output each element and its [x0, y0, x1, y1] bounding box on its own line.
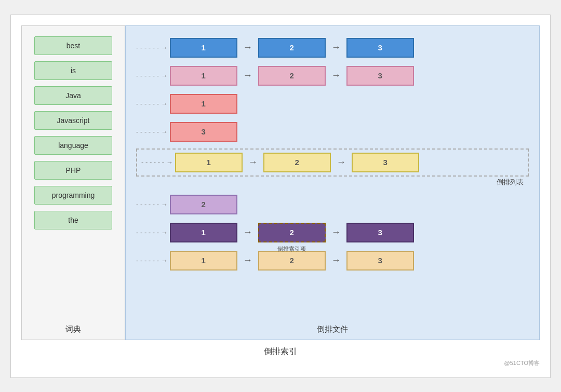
inv-list-group: - - - - - - → 1 → 2 → 3 [136, 148, 529, 177]
inv-list-label: 倒排列表 [497, 178, 524, 187]
posting-best-1: 1 [170, 38, 237, 58]
posting-the-1: 1 [170, 251, 237, 271]
watermark: @51CTO博客 [21, 359, 540, 367]
caption: 倒排索引 [264, 346, 297, 357]
posting-php-2: 2 [170, 195, 237, 214]
posting-javascript-3: 3 [170, 122, 237, 142]
row-java: - - - - - - → 1 [136, 92, 529, 115]
dict-word-php: PHP [34, 161, 112, 180]
dict-panel: best is Java Javascript language PHP pro… [21, 25, 125, 340]
inv-index-item-label: 倒排索引项 [277, 245, 306, 253]
posting-prog-2: 2 [258, 223, 326, 242]
dict-label: 词典 [65, 319, 81, 334]
arrow: → [237, 227, 258, 238]
posting-prog-3: 3 [346, 223, 414, 242]
inv-file-label: 倒排文件 [136, 320, 529, 334]
row-best: - - - - - - → 1 → 2 → 3 [136, 36, 529, 59]
arrow: → [237, 255, 258, 266]
posting-prog-1: 1 [170, 223, 237, 242]
inv-panel: - - - - - - → 1 → 2 → 3 - - - - - - → 1 … [125, 25, 540, 340]
row-javascript: - - - - - - → 3 [136, 120, 529, 143]
arrow: → [237, 42, 258, 53]
arrow: → [326, 227, 346, 238]
arrow: → [237, 70, 258, 81]
row-php: - - - - - - → 2 [136, 193, 529, 216]
dict-word-java: Java [34, 86, 112, 105]
dict-word-programming: programming [34, 186, 112, 205]
dict-word-javascript: Javascript [34, 111, 112, 130]
posting-lang-3: 3 [352, 153, 419, 172]
arrow: → [326, 42, 346, 53]
posting-lang-2: 2 [263, 153, 331, 172]
diagram-area: best is Java Javascript language PHP pro… [21, 25, 540, 340]
arrow: → [326, 255, 346, 266]
dict-word-best: best [34, 36, 112, 55]
row-the: - - - - - - → 1 → 2 → 3 [136, 249, 529, 272]
posting-best-2: 2 [258, 38, 326, 58]
posting-lang-1: 1 [175, 153, 243, 172]
dict-word-the: the [34, 211, 112, 229]
main-container: best is Java Javascript language PHP pro… [10, 15, 551, 378]
posting-is-1: 1 [170, 66, 237, 86]
posting-is-2: 2 [258, 66, 326, 86]
posting-java-1: 1 [170, 94, 237, 114]
posting-prog-2-wrapper: 2 倒排索引项 [258, 223, 326, 242]
posting-the-3: 3 [346, 251, 414, 271]
row-programming: - - - - - - → 1 → 2 倒排索引项 → 3 [136, 221, 529, 244]
dict-word-is: is [34, 61, 112, 80]
posting-the-2: 2 [258, 251, 326, 271]
row-is: - - - - - - → 1 → 2 → 3 [136, 64, 529, 87]
arrow: → [326, 70, 346, 81]
posting-best-3: 3 [346, 38, 414, 58]
row-language-wrapper: - - - - - - → 1 → 2 → 3 倒排列表 [136, 148, 529, 177]
arrow: → [243, 157, 263, 168]
arrow: → [331, 157, 352, 168]
dict-word-language: language [34, 136, 112, 155]
posting-is-3: 3 [346, 66, 414, 86]
